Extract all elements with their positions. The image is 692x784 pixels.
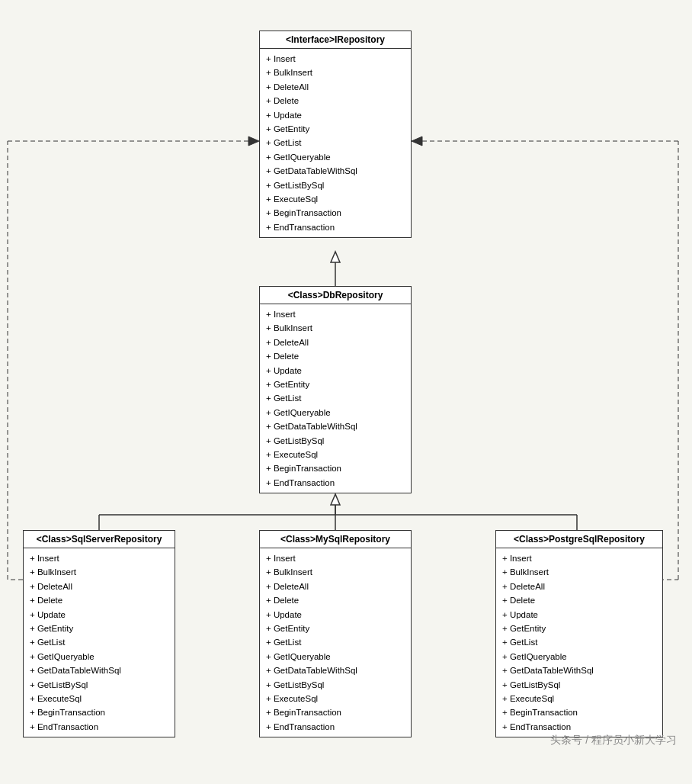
method-item: + GetEntity — [502, 622, 656, 635]
method-item: + Update — [502, 608, 656, 622]
method-item: + DeleteAll — [266, 580, 405, 593]
method-item: + GetDataTableWithSql — [266, 419, 405, 433]
method-item: + DeleteAll — [266, 336, 405, 349]
method-item: + Insert — [30, 551, 168, 565]
method-item: + Delete — [30, 593, 168, 607]
dbrepository-box: <Class>DbRepository + Insert + BulkInser… — [259, 286, 412, 493]
method-item: + GetEntity — [266, 378, 405, 391]
irepository-box: <Interface>IRepository + Insert + BulkIn… — [259, 31, 412, 238]
mysql-header: <Class>MySqlRepository — [260, 531, 411, 548]
method-item: + BeginTransaction — [266, 461, 405, 475]
mysql-methods: + Insert + BulkInsert + DeleteAll + Dele… — [260, 548, 411, 737]
method-item: + Delete — [266, 593, 405, 607]
dbrepository-methods: + Insert + BulkInsert + DeleteAll + Dele… — [260, 304, 411, 493]
method-item: + BulkInsert — [30, 565, 168, 579]
method-item: + GetListBySql — [266, 178, 405, 192]
sqlserver-header: <Class>SqlServerRepository — [24, 531, 175, 548]
method-item: + Insert — [266, 307, 405, 321]
method-item: + ExecuteSql — [266, 448, 405, 461]
method-item: + EndTransaction — [266, 220, 405, 234]
method-item: + EndTransaction — [502, 720, 656, 734]
method-item: + DeleteAll — [266, 80, 405, 94]
method-item: + GetList — [266, 391, 405, 405]
method-item: + BeginTransaction — [502, 705, 656, 719]
method-item: + GetListBySql — [30, 678, 168, 692]
method-item: + ExecuteSql — [266, 692, 405, 705]
irepository-methods: + Insert + BulkInsert + DeleteAll + Dele… — [260, 49, 411, 237]
method-item: + BeginTransaction — [266, 705, 405, 719]
method-item: + DeleteAll — [30, 580, 168, 593]
method-item: + BulkInsert — [502, 565, 656, 579]
method-item: + GetListBySql — [266, 434, 405, 448]
method-item: + Delete — [266, 349, 405, 363]
method-item: + GetIQueryable — [266, 150, 405, 164]
svg-marker-1 — [331, 252, 340, 262]
dbrepository-header: <Class>DbRepository — [260, 287, 411, 304]
method-item: + ExecuteSql — [30, 692, 168, 705]
method-item: + BeginTransaction — [266, 206, 405, 220]
method-item: + GetList — [30, 635, 168, 649]
method-item: + EndTransaction — [30, 720, 168, 734]
method-item: + GetIQueryable — [266, 406, 405, 419]
method-item: + ExecuteSql — [266, 192, 405, 206]
method-item: + GetDataTableWithSql — [502, 664, 656, 677]
uml-diagram: <Interface>IRepository + Insert + BulkIn… — [0, 0, 692, 763]
postgresql-header: <Class>PostgreSqlRepository — [496, 531, 662, 548]
postgresql-box: <Class>PostgreSqlRepository + Insert + B… — [495, 530, 663, 737]
postgresql-methods: + Insert + BulkInsert + DeleteAll + Dele… — [496, 548, 662, 737]
method-item: + GetDataTableWithSql — [266, 164, 405, 178]
method-item: + Insert — [266, 551, 405, 565]
method-item: + Insert — [502, 551, 656, 565]
method-item: + GetIQueryable — [502, 650, 656, 664]
method-item: + GetListBySql — [266, 678, 405, 692]
method-item: + DeleteAll — [502, 580, 656, 593]
method-item: + GetEntity — [266, 622, 405, 635]
method-item: + GetList — [502, 635, 656, 649]
method-item: + GetIQueryable — [30, 650, 168, 664]
method-item: + GetDataTableWithSql — [266, 664, 405, 677]
method-item: + BeginTransaction — [30, 705, 168, 719]
method-item: + GetList — [266, 136, 405, 149]
method-item: + GetEntity — [30, 622, 168, 635]
method-item: + Update — [30, 608, 168, 622]
method-item: + GetListBySql — [502, 678, 656, 692]
method-item: + Delete — [502, 593, 656, 607]
method-item: + BulkInsert — [266, 565, 405, 579]
method-item: + Delete — [266, 94, 405, 108]
method-item: + Insert — [266, 52, 405, 66]
method-item: + GetList — [266, 635, 405, 649]
sqlserver-methods: + Insert + BulkInsert + DeleteAll + Dele… — [24, 548, 175, 737]
sqlserver-box: <Class>SqlServerRepository + Insert + Bu… — [23, 530, 175, 737]
svg-marker-8 — [331, 494, 340, 505]
method-item: + BulkInsert — [266, 321, 405, 335]
svg-marker-16 — [412, 137, 422, 146]
method-item: + ExecuteSql — [502, 692, 656, 705]
watermark: 头条号 / 程序员小新大学习 — [550, 734, 677, 747]
method-item: + GetIQueryable — [266, 650, 405, 664]
method-item: + Update — [266, 608, 405, 622]
method-item: + GetEntity — [266, 122, 405, 136]
method-item: + Update — [266, 108, 405, 122]
method-item: + GetDataTableWithSql — [30, 664, 168, 677]
method-item: + Update — [266, 364, 405, 378]
irepository-header: <Interface>IRepository — [260, 31, 411, 49]
method-item: + EndTransaction — [266, 476, 405, 490]
method-item: + BulkInsert — [266, 66, 405, 79]
svg-marker-12 — [248, 137, 259, 146]
method-item: + EndTransaction — [266, 720, 405, 734]
mysql-box: <Class>MySqlRepository + Insert + BulkIn… — [259, 530, 412, 737]
